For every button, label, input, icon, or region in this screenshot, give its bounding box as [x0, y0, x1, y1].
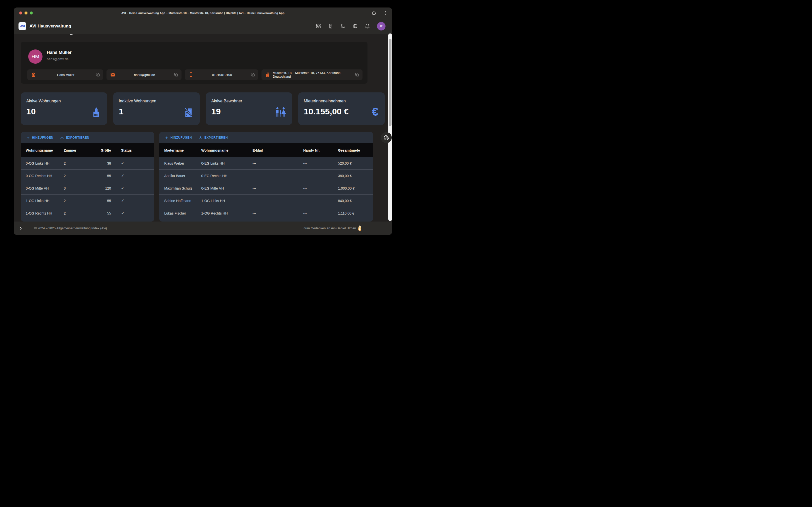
zoom-window-button[interactable] — [30, 11, 33, 14]
export-button-label: EXPORTIEREN — [204, 136, 228, 139]
copy-icon — [96, 73, 100, 77]
add-button-label: HINZUFÜGEN — [170, 136, 192, 139]
add-tenant-button[interactable]: HINZUFÜGEN — [165, 136, 192, 139]
stat-label: Inaktive Wohnungen — [119, 99, 156, 103]
dashboard-icon[interactable] — [316, 23, 321, 29]
column-header: Wohnungsname — [201, 148, 253, 152]
contact-address-value: Musterstr. 18 – Musterstr. 18, 76133, Ka… — [273, 71, 355, 78]
scrollbar-thumb[interactable] — [389, 39, 392, 126]
building-icon — [91, 106, 101, 118]
extensions-puzzle-icon[interactable] — [371, 10, 377, 16]
apartment-row[interactable]: 0-OG Links HH 2 38 ✓ — [21, 157, 154, 170]
tenant-apartment: 1-OG Rechts HH — [201, 211, 253, 215]
apartment-name: 1-OG Rechts HH — [26, 211, 64, 215]
contact-chip-phone: 01010010100 — [185, 69, 258, 80]
copy-email-button[interactable] — [173, 72, 179, 77]
tenant-row[interactable]: Annika Bauer 0-EG Rechts HH --- --- 380,… — [159, 170, 373, 182]
copy-icon — [251, 73, 255, 77]
stat-card-active-apartments: Aktive Wohnungen 10 — [21, 93, 107, 125]
copy-icon — [355, 73, 359, 77]
app-logo[interactable]: AVI — [18, 22, 26, 30]
column-header: Zimmer — [64, 148, 92, 152]
tenant-row[interactable]: Maximilian Schulz 0-EG Mitte VH --- --- … — [159, 182, 373, 194]
tenant-rent: 1.000,00 € — [338, 186, 368, 190]
browser-window: AVI – Dein Hausverwaltung App – Musterst… — [14, 7, 392, 235]
apartment-size: 55 — [92, 174, 111, 178]
dark-mode-moon-icon[interactable] — [340, 23, 346, 29]
copy-phone-button[interactable] — [250, 72, 255, 77]
scrollbar-track[interactable] — [388, 34, 392, 221]
add-apartment-button[interactable]: HINZUFÜGEN — [26, 136, 53, 139]
apartments-table-header: Wohnungsname Zimmer Größe Status — [21, 144, 154, 157]
language-globe-icon[interactable] — [353, 23, 358, 29]
browser-menu-kebab-icon[interactable] — [383, 10, 388, 16]
apartment-row[interactable]: 1-OG Rechts HH 2 55 ✓ — [21, 207, 154, 220]
tenant-apartment: 0-EG Mitte VH — [201, 186, 253, 190]
apartment-row[interactable]: 1-OG Links HH 2 55 ✓ — [21, 194, 154, 207]
clipped-scrolled-element — [70, 34, 72, 35]
copyright-text: © 2024 – 2025 Allgemeiner Verwaltung Ind… — [34, 226, 107, 230]
column-header: E-Mail — [253, 148, 303, 152]
check-icon: ✓ — [111, 198, 149, 203]
contact-phone-value: 01010010100 — [194, 73, 250, 77]
apartment-row[interactable]: 0-OG Mitte VH 3 120 ✓ — [21, 182, 154, 194]
column-header: Gesamtmiete — [338, 148, 368, 152]
cookie-settings-button[interactable] — [381, 132, 392, 143]
check-icon: ✓ — [111, 186, 149, 190]
tenant-name: Annika Bauer — [164, 174, 201, 178]
stat-value: 1 — [119, 107, 123, 116]
apartment-rooms: 2 — [64, 161, 92, 165]
apartment-name: 0-OG Rechts HH — [26, 174, 64, 178]
memorial-text: Zum Gedenken an Avi-Daniel Ulman — [303, 226, 356, 230]
stat-label: Mieterinneneinnahmen — [304, 99, 346, 103]
apartment-size: 120 — [92, 186, 111, 190]
notifications-bell-icon[interactable] — [365, 23, 370, 29]
apartment-row[interactable]: 0-OG Rechts HH 2 55 ✓ — [21, 170, 154, 182]
apartment-name: 1-OG Links HH — [26, 199, 64, 203]
tenant-rent: 1.110,00 € — [338, 211, 368, 215]
tenant-phone: --- — [303, 174, 338, 178]
building-icon[interactable] — [328, 23, 333, 29]
apartment-size: 55 — [92, 211, 111, 215]
expand-chevron-icon[interactable] — [18, 225, 24, 231]
browser-titlebar: AVI – Dein Hausverwaltung App – Musterst… — [14, 7, 392, 18]
contact-chip-address: Musterstr. 18 – Musterstr. 18, 76133, Ka… — [261, 69, 362, 80]
tenant-row[interactable]: Klaus Weber 0-EG Links HH --- --- 520,00… — [159, 157, 373, 170]
export-tenants-button[interactable]: EXPORTIEREN — [199, 135, 228, 139]
user-avatar[interactable]: IT — [377, 22, 386, 31]
minimize-window-button[interactable] — [24, 11, 28, 14]
stat-card-inactive-apartments: Inaktive Wohnungen 1 — [113, 93, 200, 125]
tenant-email: --- — [253, 199, 303, 203]
window-controls — [19, 11, 33, 14]
check-icon: ✓ — [111, 211, 149, 216]
copy-address-button[interactable] — [355, 72, 359, 77]
smartphone-icon — [188, 72, 194, 77]
app-footer: © 2024 – 2025 Allgemeiner Verwaltung Ind… — [14, 222, 392, 235]
tenant-row[interactable]: Lukas Fischer 1-OG Rechts HH --- --- 1.1… — [159, 207, 373, 220]
check-icon: ✓ — [111, 173, 149, 178]
tenant-email: --- — [253, 161, 303, 165]
tenants-panel: HINZUFÜGEN EXPORTIEREN Mietername Wohnun… — [159, 132, 373, 222]
contact-chip-email: hans@gmx.de — [106, 69, 182, 80]
column-header: Mietername — [164, 148, 201, 152]
stat-value: 10.155,00 € — [304, 107, 349, 116]
owner-email: hans@gmx.de — [47, 57, 68, 61]
tenant-rent: 840,00 € — [338, 199, 368, 203]
tenant-apartment: 0-EG Links HH — [201, 161, 253, 165]
export-apartments-button[interactable]: EXPORTIEREN — [60, 135, 90, 139]
column-header: Status — [111, 148, 149, 152]
apartment-size: 55 — [92, 199, 111, 203]
tenant-phone: --- — [303, 199, 338, 203]
tenant-row[interactable]: Sabine Hoffmann 1-OG Links HH --- --- 84… — [159, 194, 373, 207]
stat-value: 10 — [26, 107, 36, 116]
tenant-email: --- — [253, 211, 303, 215]
column-header: Wohnungsname — [26, 148, 64, 152]
copy-name-button[interactable] — [95, 72, 100, 77]
download-icon — [60, 135, 64, 139]
tenant-email: --- — [253, 174, 303, 178]
tenant-phone: --- — [303, 186, 338, 190]
close-window-button[interactable] — [19, 11, 22, 14]
contact-name-value: Hans Müller — [36, 73, 95, 77]
apartment-size: 38 — [92, 161, 111, 165]
plus-icon — [165, 136, 168, 139]
